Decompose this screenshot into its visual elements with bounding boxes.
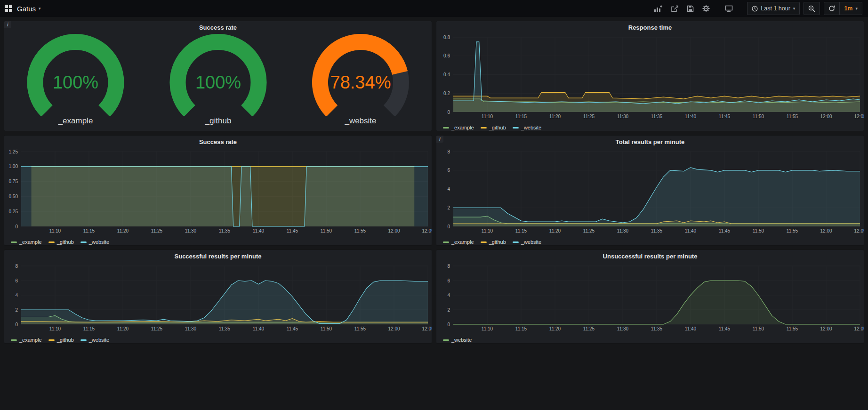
series-name: _github: [57, 337, 74, 343]
svg-text:8: 8: [447, 264, 450, 269]
svg-text:0: 0: [447, 110, 450, 115]
svg-text:12:05: 12:05: [854, 114, 864, 119]
svg-text:11:20: 11:20: [549, 114, 561, 119]
panel-title[interactable]: Success rate: [4, 21, 432, 33]
save-icon: [687, 5, 694, 12]
svg-text:6: 6: [15, 278, 18, 283]
series-name: _github: [57, 239, 74, 245]
svg-text:11:35: 11:35: [651, 326, 663, 331]
share-dashboard-button[interactable]: [667, 2, 682, 15]
series-name: _website: [521, 239, 541, 245]
svg-text:8: 8: [447, 149, 450, 154]
gauge-label: _website: [345, 116, 376, 126]
success-rate-chart[interactable]: 00.250.500.751.001.2511:1011:1511:2011:2…: [4, 148, 432, 237]
svg-text:11:35: 11:35: [219, 228, 231, 233]
svg-text:11:25: 11:25: [151, 326, 163, 331]
series-color-swatch: [481, 127, 487, 129]
svg-text:11:55: 11:55: [354, 228, 366, 233]
dashboard-title-dropdown[interactable]: Gatus ▾: [17, 5, 41, 13]
panel-title[interactable]: Total results per minute: [436, 136, 864, 148]
svg-text:11:40: 11:40: [685, 114, 697, 119]
time-range-picker[interactable]: Last 1 hour ▾: [747, 2, 799, 15]
legend-item-website[interactable]: _website: [80, 337, 109, 343]
chart-legend: _example_github_website: [436, 122, 864, 131]
svg-text:11:40: 11:40: [253, 228, 265, 233]
total-results-chart[interactable]: 0246811:1011:1511:2011:2511:3011:3511:40…: [436, 148, 864, 237]
panel-title[interactable]: Successful results per minute: [4, 250, 432, 262]
svg-text:11:15: 11:15: [515, 228, 527, 233]
save-dashboard-button[interactable]: [683, 2, 698, 15]
svg-text:11:15: 11:15: [515, 114, 527, 119]
unsuccessful-results-chart[interactable]: 0246811:1011:1511:2011:2511:3011:3511:40…: [436, 262, 864, 335]
zoom-out-icon: [808, 5, 815, 12]
panel-success-rate: Success rate 00.250.500.751.001.2511:101…: [4, 135, 432, 246]
svg-text:11:25: 11:25: [151, 228, 163, 233]
svg-text:0: 0: [447, 224, 450, 229]
refresh-button[interactable]: [824, 2, 839, 15]
legend-item-github[interactable]: _github: [481, 239, 506, 245]
svg-text:11:55: 11:55: [787, 228, 798, 233]
response-time-chart[interactable]: 00.20.40.60.811:1011:1511:2011:2511:3011…: [436, 33, 864, 122]
series-color-swatch: [48, 241, 55, 243]
zoom-out-button[interactable]: [804, 2, 820, 15]
panel-title[interactable]: Unsuccessful results per minute: [436, 250, 864, 262]
svg-text:11:50: 11:50: [753, 114, 764, 119]
series-color-swatch: [48, 339, 55, 341]
svg-text:12:05: 12:05: [854, 228, 864, 233]
svg-text:11:25: 11:25: [583, 114, 595, 119]
chart-legend: _example_github_website: [4, 335, 432, 344]
svg-text:12:05: 12:05: [422, 228, 432, 233]
svg-text:12:00: 12:00: [820, 114, 832, 119]
legend-item-github[interactable]: _github: [48, 239, 74, 245]
gauge-example: 100% _example: [4, 33, 147, 131]
legend-item-example[interactable]: _example: [11, 337, 42, 343]
cycle-view-button[interactable]: [721, 2, 737, 15]
legend-item-github[interactable]: _github: [481, 125, 506, 130]
legend-item-website[interactable]: _website: [513, 125, 541, 130]
svg-text:11:50: 11:50: [753, 228, 764, 233]
svg-text:12:00: 12:00: [388, 326, 400, 331]
refresh-interval-dropdown[interactable]: 1m ▾: [839, 2, 862, 15]
legend-item-website[interactable]: _website: [443, 337, 472, 343]
legend-item-github[interactable]: _github: [48, 337, 74, 343]
svg-text:11:30: 11:30: [185, 228, 197, 233]
panel-info-icon[interactable]: i: [436, 136, 443, 143]
svg-text:11:35: 11:35: [651, 114, 663, 119]
svg-text:0: 0: [15, 322, 18, 327]
add-panel-button[interactable]: [650, 2, 666, 15]
svg-text:11:10: 11:10: [482, 228, 493, 233]
chart-legend: _example_github_website: [4, 237, 432, 246]
legend-item-example[interactable]: _example: [11, 239, 42, 245]
svg-text:11:20: 11:20: [117, 228, 129, 233]
share-icon: [671, 5, 678, 12]
svg-text:2: 2: [15, 307, 18, 313]
svg-text:0.50: 0.50: [9, 194, 18, 199]
gauge-label: _github: [205, 116, 232, 126]
svg-text:11:10: 11:10: [482, 114, 493, 119]
svg-text:4: 4: [447, 186, 450, 192]
series-name: _website: [89, 337, 109, 343]
legend-item-website[interactable]: _website: [80, 239, 109, 245]
dashboards-grid-icon[interactable]: [5, 5, 12, 12]
successful-results-chart[interactable]: 0246811:1011:1511:2011:2511:3011:3511:40…: [4, 262, 432, 335]
svg-text:11:15: 11:15: [83, 228, 95, 233]
svg-text:100%: 100%: [195, 72, 241, 92]
legend-item-example[interactable]: _example: [443, 125, 474, 130]
svg-text:0.25: 0.25: [9, 209, 18, 214]
svg-text:11:35: 11:35: [219, 326, 231, 331]
refresh-icon: [828, 5, 835, 12]
series-color-swatch: [513, 127, 519, 129]
svg-text:11:10: 11:10: [482, 326, 493, 331]
chevron-down-icon: ▾: [39, 6, 41, 11]
panel-total-results: i Total results per minute 0246811:1011:…: [436, 135, 864, 246]
panel-title[interactable]: Response time: [436, 21, 864, 33]
panel-info-icon[interactable]: i: [4, 21, 11, 28]
legend-item-example[interactable]: _example: [443, 239, 474, 245]
legend-item-website[interactable]: _website: [513, 239, 541, 245]
panel-unsuccessful-results: Unsuccessful results per minute 0246811:…: [436, 249, 864, 344]
panel-title[interactable]: Success rate: [4, 136, 432, 148]
svg-text:11:50: 11:50: [753, 326, 764, 331]
time-range-label: Last 1 hour: [761, 5, 790, 12]
svg-text:4: 4: [447, 293, 450, 298]
dashboard-settings-button[interactable]: [699, 2, 714, 15]
